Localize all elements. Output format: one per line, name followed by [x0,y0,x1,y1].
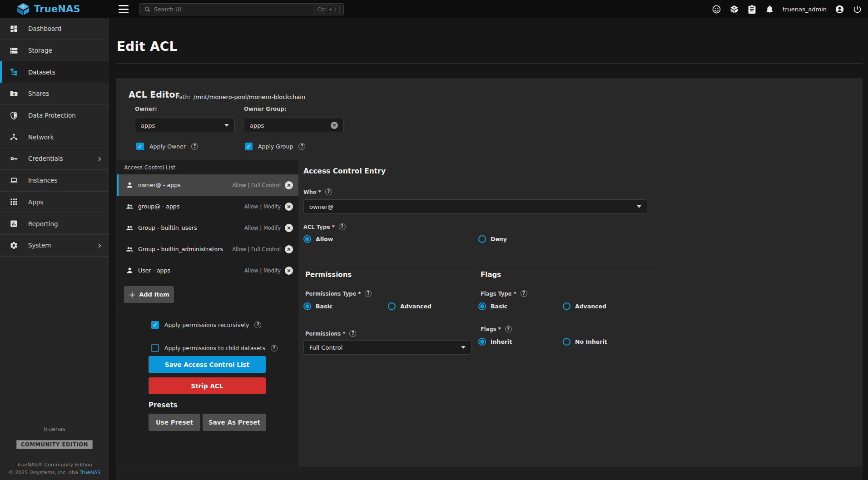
group-icon [126,203,134,210]
help-icon[interactable]: ? [271,345,278,351]
truenas-stack-icon[interactable] [729,5,739,14]
help-icon[interactable]: ? [521,290,527,297]
remove-entry-icon[interactable]: × [285,203,293,211]
save-as-preset-button[interactable]: Save As Preset [203,414,266,431]
storage-icon [10,46,18,55]
sidebar-item-data-protection[interactable]: Data Protection [0,105,109,127]
shares-icon [10,89,18,98]
remove-entry-icon[interactable]: × [285,181,293,189]
permissions-type-basic-radio[interactable]: Basic [303,302,332,310]
child-datasets-label: Apply permissions to child datasets [164,345,265,351]
sidebar-item-credentials[interactable]: Credentials [0,148,109,170]
acl-entry-row-owner-apps[interactable]: owner@ - appsAllow | Full Control× [117,174,298,196]
global-search[interactable]: Ctrl + / [139,3,344,15]
footer-truenas-link[interactable]: TrueNAS [79,470,100,475]
apply-group-checkbox[interactable] [245,143,253,150]
search-shortcut-hint: Ctrl + / [314,5,340,14]
truenas-app: TrueNAS Ctrl + / truenas_admin [0,0,868,480]
notifications-icon[interactable] [765,5,774,14]
edition-badge: COMMUNITY EDITION [16,440,93,449]
credentials-icon [10,154,18,163]
help-icon[interactable]: ? [365,290,372,297]
entry-permission-label: Allow | Full Control [232,182,281,188]
apps-icon [10,198,18,206]
child-datasets-row[interactable]: Apply permissions to child datasets ? [151,344,278,352]
acl-entry-row-group-builtin-administrators[interactable]: Group - builtin_administratorsAllow | Fu… [117,238,298,260]
recursive-checkbox[interactable] [151,321,159,329]
sidebar-item-shares[interactable]: Shares [0,83,109,105]
permissions-heading: Permissions [305,271,352,279]
help-icon[interactable]: ? [339,223,346,230]
search-input[interactable] [154,6,314,13]
chevron-right-icon [96,242,103,248]
section-divider [298,265,662,265]
permissions-type-advanced-radio[interactable]: Advanced [388,302,432,310]
sidebar-item-instances[interactable]: Instances [0,170,109,192]
permissions-select[interactable]: Full Control [303,340,471,355]
search-icon [144,6,151,13]
help-icon[interactable]: ? [254,322,261,328]
use-preset-button[interactable]: Use Preset [149,414,200,431]
strip-acl-button[interactable]: Strip ACL [149,377,266,394]
remove-entry-icon[interactable]: × [285,245,293,253]
recursive-row[interactable]: Apply permissions recursively ? [151,321,261,329]
owner-select[interactable]: apps [135,118,235,133]
panel-divider [117,310,298,310]
apply-owner-row[interactable]: Apply Owner ? [136,143,198,150]
truenas-logo[interactable]: TrueNAS [16,0,80,18]
sidebar-item-datasets[interactable]: Datasets [0,61,109,83]
chevron-down-icon [461,346,466,349]
apply-owner-checkbox[interactable] [136,143,144,150]
user-icon [126,267,134,274]
acl-entry-row-group-apps[interactable]: group@ - appsAllow | Modify× [117,196,298,217]
menu-toggle-button[interactable] [119,5,129,13]
flags-inherit-radio[interactable]: Inherit [478,338,512,346]
truenas-logo-icon [16,2,30,16]
help-icon[interactable]: ? [325,188,332,195]
owner-group-input[interactable]: apps× [244,118,344,133]
entry-permission-label: Allow | Modify [244,203,281,210]
permissions-type-label-row: Permissions Type *? [305,290,372,297]
save-acl-button[interactable]: Save Access Control List [149,356,266,373]
apply-group-row[interactable]: Apply Group ? [245,143,305,150]
sidebar-item-storage[interactable]: Storage [0,40,109,62]
topbar: TrueNAS Ctrl + / truenas_admin [0,0,868,18]
power-icon[interactable] [853,5,862,14]
help-icon[interactable]: ? [349,330,356,337]
help-icon[interactable]: ? [191,143,198,150]
acl-entry-row-group-builtin-users[interactable]: Group - builtin_usersAllow | Modify× [117,217,298,238]
card-footer-strip [116,467,863,480]
sidebar-item-apps[interactable]: Apps [0,192,109,213]
jobs-icon[interactable] [747,5,757,14]
child-datasets-checkbox[interactable] [151,344,159,352]
footer-copyright: © 2025 iXsystems, Inc. dba TrueNAS [0,470,109,475]
remove-entry-icon[interactable]: × [285,224,293,232]
flags-type-basic-radio[interactable]: Basic [478,302,507,310]
acl-type-allow-radio[interactable]: Allow [303,235,333,243]
feedback-icon[interactable] [712,5,721,14]
sidebar-footer: truenas COMMUNITY EDITION TrueNAS® Commu… [0,426,109,475]
sidebar-item-dashboard[interactable]: Dashboard [0,18,109,40]
acl-editor-card: ACL Editor Path:/mnt/monero-pool/monero-… [116,78,863,480]
flags-no-inherit-radio[interactable]: No Inherit [563,338,607,346]
remove-entry-icon[interactable]: × [285,267,293,275]
network-icon [10,133,18,141]
add-item-button[interactable]: + Add Item [124,286,174,303]
help-icon[interactable]: ? [505,326,512,332]
system-icon [10,241,18,250]
sidebar-item-reporting[interactable]: Reporting [0,213,109,235]
sidebar-item-system[interactable]: System [0,235,109,257]
sidebar-item-network[interactable]: Network [0,126,109,148]
acl-editor-heading: ACL Editor [129,89,179,99]
clear-icon[interactable]: × [331,122,338,129]
flags-type-advanced-radio[interactable]: Advanced [563,302,606,310]
who-select[interactable]: owner@ [303,199,647,214]
footer-edition-text: TrueNAS® Community Edition [0,462,109,468]
acl-type-deny-radio[interactable]: Deny [478,235,507,243]
acl-entry-row-user-apps[interactable]: User - appsAllow | Modify× [117,260,298,281]
account-icon[interactable] [835,5,844,14]
ace-heading: Access Control Entry [303,167,386,175]
username-label: truenas_admin [783,6,827,13]
help-icon[interactable]: ? [298,143,305,150]
user-icon [126,181,134,189]
